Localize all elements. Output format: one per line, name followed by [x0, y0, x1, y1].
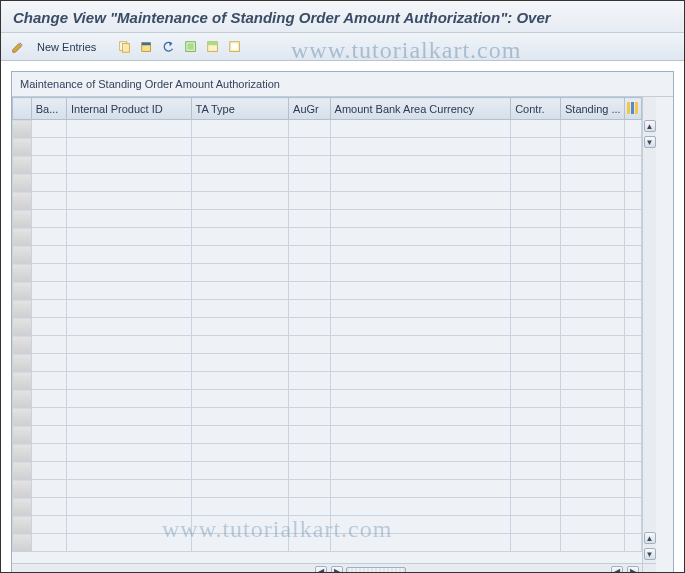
scroll-up-icon[interactable]: ▲ — [644, 120, 656, 132]
cell[interactable] — [289, 516, 331, 534]
delete-icon[interactable] — [138, 38, 156, 56]
cell[interactable] — [560, 372, 624, 390]
table-row[interactable] — [13, 210, 642, 228]
cell[interactable] — [560, 408, 624, 426]
cell[interactable] — [289, 318, 331, 336]
cell[interactable] — [560, 498, 624, 516]
cell[interactable] — [31, 516, 66, 534]
cell[interactable] — [511, 300, 561, 318]
cell[interactable] — [330, 408, 511, 426]
table-row[interactable] — [13, 174, 642, 192]
cell[interactable] — [191, 282, 289, 300]
cell[interactable] — [66, 444, 191, 462]
cell[interactable] — [191, 264, 289, 282]
row-selector[interactable] — [13, 480, 32, 498]
cell[interactable] — [31, 408, 66, 426]
table-row[interactable] — [13, 498, 642, 516]
cell[interactable] — [511, 390, 561, 408]
cell[interactable] — [511, 408, 561, 426]
cell[interactable] — [31, 444, 66, 462]
cell[interactable] — [560, 282, 624, 300]
cell[interactable] — [31, 246, 66, 264]
cell[interactable] — [191, 210, 289, 228]
table-row[interactable] — [13, 372, 642, 390]
cell[interactable] — [330, 516, 511, 534]
cell[interactable] — [191, 228, 289, 246]
cell[interactable] — [191, 138, 289, 156]
cell[interactable] — [289, 120, 331, 138]
cell[interactable] — [511, 246, 561, 264]
cell[interactable] — [560, 480, 624, 498]
cell[interactable] — [289, 390, 331, 408]
cell[interactable] — [191, 174, 289, 192]
cell[interactable] — [191, 156, 289, 174]
cell[interactable] — [560, 534, 624, 552]
cell[interactable] — [66, 264, 191, 282]
cell[interactable] — [330, 498, 511, 516]
cell[interactable] — [330, 210, 511, 228]
cell[interactable] — [511, 498, 561, 516]
cell[interactable] — [31, 426, 66, 444]
column-header-contr[interactable]: Contr. — [511, 98, 561, 120]
cell[interactable] — [31, 498, 66, 516]
cell[interactable] — [511, 480, 561, 498]
cell[interactable] — [511, 336, 561, 354]
cell[interactable] — [289, 408, 331, 426]
row-selector[interactable] — [13, 426, 32, 444]
cell[interactable] — [31, 156, 66, 174]
cell[interactable] — [511, 354, 561, 372]
cell[interactable] — [289, 462, 331, 480]
cell[interactable] — [66, 318, 191, 336]
column-header-internal-product-id[interactable]: Internal Product ID — [66, 98, 191, 120]
cell[interactable] — [330, 444, 511, 462]
cell[interactable] — [66, 372, 191, 390]
configure-columns-icon[interactable] — [625, 98, 642, 120]
scroll-up-bottom-icon[interactable]: ▲ — [644, 532, 656, 544]
cell[interactable] — [560, 462, 624, 480]
cell[interactable] — [31, 372, 66, 390]
cell[interactable] — [31, 192, 66, 210]
table-row[interactable] — [13, 534, 642, 552]
cell[interactable] — [191, 120, 289, 138]
cell[interactable] — [511, 174, 561, 192]
data-grid[interactable]: Ba... Internal Product ID TA Type AuGr A… — [12, 97, 642, 563]
cell[interactable] — [330, 372, 511, 390]
new-entries-button[interactable]: New Entries — [31, 41, 102, 53]
table-row[interactable] — [13, 354, 642, 372]
cell[interactable] — [560, 174, 624, 192]
cell[interactable] — [330, 174, 511, 192]
cell[interactable] — [289, 480, 331, 498]
cell[interactable] — [560, 246, 624, 264]
cell[interactable] — [66, 516, 191, 534]
row-selector[interactable] — [13, 498, 32, 516]
cell[interactable] — [511, 156, 561, 174]
row-selector[interactable] — [13, 246, 32, 264]
cell[interactable] — [511, 534, 561, 552]
table-row[interactable] — [13, 444, 642, 462]
table-row[interactable] — [13, 138, 642, 156]
row-selector[interactable] — [13, 408, 32, 426]
cell[interactable] — [511, 210, 561, 228]
row-selector[interactable] — [13, 318, 32, 336]
cell[interactable] — [191, 336, 289, 354]
cell[interactable] — [191, 426, 289, 444]
cell[interactable] — [31, 318, 66, 336]
cell[interactable] — [31, 264, 66, 282]
cell[interactable] — [31, 390, 66, 408]
cell[interactable] — [66, 120, 191, 138]
row-selector[interactable] — [13, 156, 32, 174]
cell[interactable] — [330, 300, 511, 318]
cell[interactable] — [560, 192, 624, 210]
cell[interactable] — [66, 498, 191, 516]
cell[interactable] — [560, 138, 624, 156]
column-header-bank-area[interactable]: Ba... — [31, 98, 66, 120]
scroll-left-end-icon[interactable]: ◀ — [611, 566, 623, 574]
cell[interactable] — [289, 336, 331, 354]
cell[interactable] — [66, 534, 191, 552]
cell[interactable] — [330, 192, 511, 210]
cell[interactable] — [191, 516, 289, 534]
row-selector[interactable] — [13, 228, 32, 246]
copy-as-icon[interactable] — [116, 38, 134, 56]
table-row[interactable] — [13, 228, 642, 246]
cell[interactable] — [560, 156, 624, 174]
